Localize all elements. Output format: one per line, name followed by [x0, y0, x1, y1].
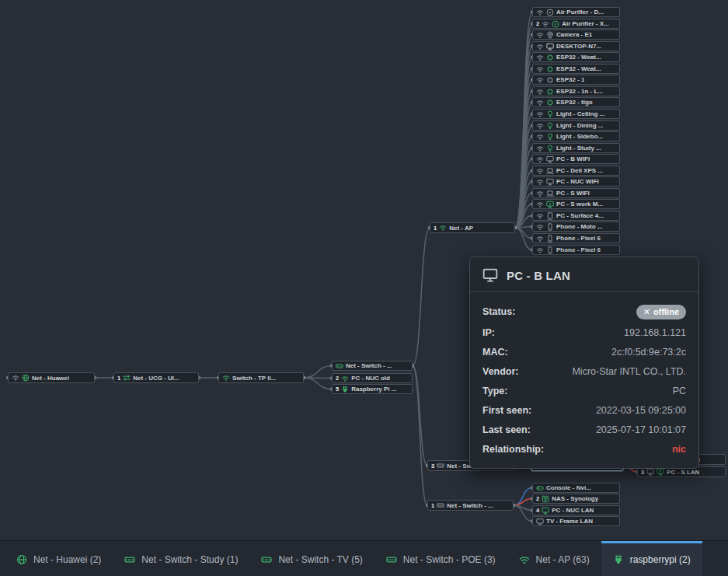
node-dev0[interactable]: Air Purifier - D... [532, 7, 620, 17]
node-sw-study[interactable]: 1Net - Switch - ... [427, 500, 514, 511]
tab-net-switch-poe[interactable]: Net - Switch - POE (3) [374, 541, 507, 576]
node-dev12[interactable]: Light - Study ... [532, 143, 620, 153]
node-label: Net - UCG - Ul... [133, 375, 179, 382]
node-dev10[interactable]: Light - Dining ... [532, 120, 620, 131]
node-dev4[interactable]: ESP32 - Weat... [532, 52, 620, 62]
node-dev3[interactable]: DESKTOP-N7... [532, 41, 620, 51]
node-nas[interactable]: 2NAS - Synology [532, 494, 620, 504]
node-dev1[interactable]: 2Air Purifier - X... [532, 19, 620, 29]
node-pc-nuc-old[interactable]: 2PC - NUC old [332, 373, 413, 383]
node-console[interactable]: Console - Nvi... [532, 483, 620, 493]
desktop-icon [646, 468, 654, 476]
wifi-icon [536, 235, 544, 243]
node-tv-frame[interactable]: TV - Frame LAN [532, 516, 620, 526]
laptop-icon [546, 190, 554, 197]
node-dev8[interactable]: ESP32 - tlgo [532, 97, 620, 107]
detail-row-relationship: Relationship: nic [482, 444, 686, 456]
globe-icon [16, 554, 27, 565]
fan-icon [552, 20, 559, 28]
node-pc-nuc-lan[interactable]: 4PC - NUC LAN [532, 505, 620, 515]
node-label: DESKTOP-N7... [556, 43, 601, 50]
desktop-icon [546, 155, 554, 163]
bulb-icon [546, 122, 554, 130]
tab-label: Net - Switch - Study (1) [141, 554, 238, 565]
switch-icon [437, 501, 444, 509]
node-ucg[interactable]: 1Net - UCG - Ul... [113, 372, 199, 383]
detail-value: 2025-07-17 10:01:07 [596, 424, 686, 436]
wifi-icon [519, 554, 530, 565]
tab-net-switch-tv[interactable]: Net - Switch - TV (5) [249, 541, 374, 576]
edge-tp-to-sw-tv [304, 366, 332, 379]
tab-net-switch-study[interactable]: Net - Switch - Study (1) [113, 541, 249, 576]
node-huawei[interactable]: Net - Huawei [8, 372, 95, 383]
node-badge: 2 [336, 375, 339, 382]
detail-label: Last seen: [482, 424, 531, 436]
tab-net-ap[interactable]: Net - AP (63) [507, 541, 601, 576]
node-dev9[interactable]: Light - Ceiling ... [532, 109, 620, 119]
status-text: offline [653, 306, 679, 318]
node-dev15[interactable]: PC - NUC WIFI [532, 176, 620, 187]
detail-row-type: Type: PC [482, 386, 686, 397]
node-dev6[interactable]: ESP32 - 1 [532, 75, 620, 85]
raspberry-icon [341, 386, 349, 393]
node-sw-tv[interactable]: Net - Switch - ... [332, 361, 413, 371]
tablet-icon [546, 212, 554, 220]
bulb-icon [546, 145, 554, 152]
bulb-icon [546, 133, 554, 141]
tab-raspberrypi[interactable]: raspberrypi (2) [601, 541, 702, 576]
node-label: ESP32 - 1 [556, 76, 584, 83]
detail-label: Type: [482, 386, 507, 397]
node-dev19[interactable]: Phone - Moto ... [532, 222, 620, 232]
node-label: NAS - Synology [552, 495, 598, 502]
node-dev2[interactable]: Camera - E1 [532, 30, 620, 40]
tab-net-huawei[interactable]: Net - Huawei (2) [5, 541, 113, 576]
switch-icon [124, 554, 135, 565]
detail-row-first-seen: First seen: 2022-03-15 09:25:00 [482, 405, 686, 417]
monitor-icon [546, 201, 554, 208]
node-raspi-old[interactable]: 5Raspberry Pi ... [332, 384, 413, 394]
node-dev14[interactable]: PC - Dell XPS ... [532, 166, 620, 176]
node-label: PC - B WIFI [556, 155, 590, 162]
wifi-icon [536, 110, 544, 118]
node-label: ESP32 - 1n - L... [556, 88, 603, 95]
node-dev17[interactable]: PC - S work M... [532, 199, 620, 209]
node-dev11[interactable]: Light - Sidebo... [532, 131, 620, 141]
topology-canvas[interactable]: PC - B LAN Status: ✕offline IP: 192.168.… [0, 0, 728, 576]
edge-sw-tv-to-sw-poe [413, 366, 427, 466]
node-dev16[interactable]: PC - S WIFI [532, 188, 620, 198]
node-label: PC - S LAN [667, 469, 699, 476]
node-net-ap[interactable]: 1Net - AP [430, 222, 515, 233]
node-label: Phone - Moto ... [556, 223, 603, 230]
wifi-icon [536, 43, 544, 51]
node-dev5[interactable]: ESP32 - Weat... [532, 64, 620, 74]
phone-icon [546, 235, 554, 243]
detail-label: Vendor: [482, 366, 519, 378]
node-dev18[interactable]: PC - Surface 4... [532, 211, 620, 221]
desktop-icon [546, 178, 554, 186]
edge-sw-tv-to-sw-study [413, 366, 427, 506]
wifi-icon [536, 31, 544, 39]
tab-label: Net - AP (63) [536, 554, 590, 565]
phone-icon [546, 246, 554, 254]
tv-icon [536, 518, 544, 525]
desktop-icon [542, 507, 549, 515]
detail-value: 2022-03-15 09:25:00 [596, 405, 686, 417]
chip-icon [546, 99, 554, 106]
node-dev7[interactable]: ESP32 - 1n - L... [532, 86, 620, 96]
detail-value: 2c:f0:5d:9e:73:2c [611, 347, 686, 358]
edge-tp-to-raspi-old [304, 378, 332, 389]
node-dev13[interactable]: PC - B WIFI [532, 154, 620, 164]
switch-icon [336, 362, 343, 370]
status-badge: ✕offline [636, 305, 686, 319]
wifi-icon [536, 246, 544, 254]
wifi-icon [536, 178, 544, 186]
popup-header: PC - B LAN [470, 257, 698, 292]
node-dev21[interactable]: Phone - Pixel 6 [532, 245, 620, 255]
node-dev20[interactable]: Phone - Pixel 6 [532, 233, 620, 243]
detail-value: PC [673, 386, 686, 397]
node-tp[interactable]: Switch - TP li... [218, 372, 304, 383]
detail-label: Relationship: [482, 444, 544, 456]
device-tab-bar: Net - Huawei (2) Net - Switch - Study (1… [0, 540, 728, 576]
node-badge: 1 [431, 502, 434, 509]
offline-x-icon: ✕ [643, 306, 650, 318]
